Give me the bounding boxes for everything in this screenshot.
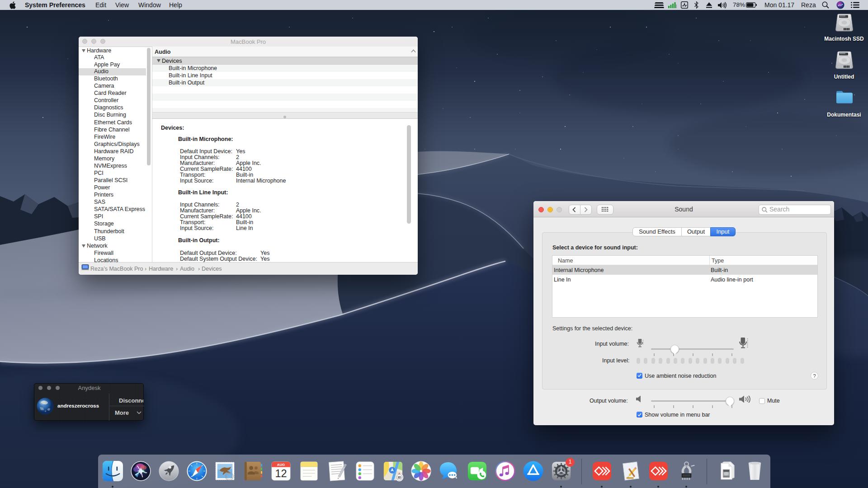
svg-text:12: 12 — [275, 468, 287, 479]
svg-text:3D: 3D — [397, 476, 401, 479]
svg-text:AUG: AUG — [277, 463, 284, 467]
